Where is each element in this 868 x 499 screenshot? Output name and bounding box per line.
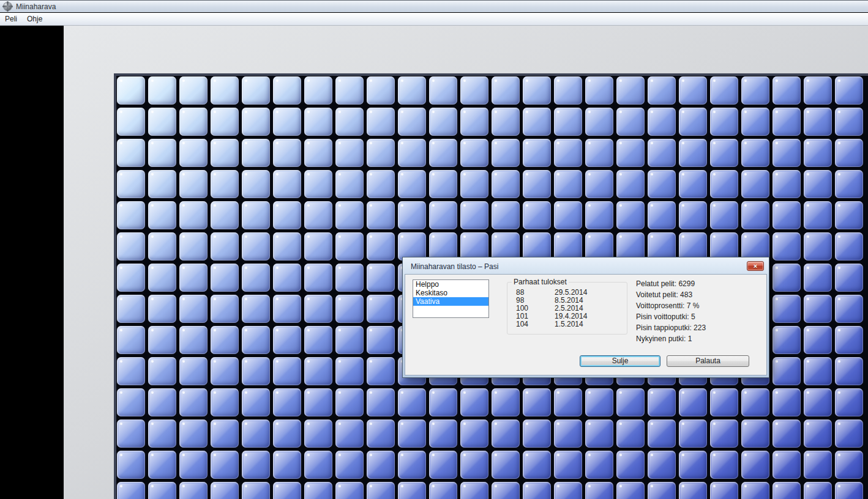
board-tile[interactable] <box>679 420 707 448</box>
board-tile[interactable] <box>773 232 801 261</box>
palauta-button[interactable]: Palauta <box>667 355 749 367</box>
board-tile[interactable] <box>773 76 801 105</box>
board-tile[interactable] <box>648 108 676 136</box>
board-tile[interactable] <box>242 170 270 198</box>
board-tile[interactable] <box>242 108 270 136</box>
board-tile[interactable] <box>304 264 332 292</box>
board-tile[interactable] <box>616 388 645 416</box>
board-tile[interactable] <box>179 264 208 292</box>
board-tile[interactable] <box>367 139 395 167</box>
board-tile[interactable] <box>179 76 208 105</box>
board-tile[interactable] <box>335 139 364 167</box>
board-tile[interactable] <box>710 482 738 499</box>
board-tile[interactable] <box>148 295 176 323</box>
board-tile[interactable] <box>523 139 551 167</box>
board-tile[interactable] <box>335 420 364 448</box>
board-tile[interactable] <box>179 420 208 448</box>
board-tile[interactable] <box>804 201 832 229</box>
board-tile[interactable] <box>835 357 863 385</box>
board-tile[interactable] <box>117 170 145 198</box>
board-tile[interactable] <box>492 420 520 448</box>
board-tile[interactable] <box>211 295 239 323</box>
board-tile[interactable] <box>648 170 676 198</box>
board-tile[interactable] <box>710 170 738 198</box>
board-tile[interactable] <box>835 108 863 136</box>
board-tile[interactable] <box>585 139 613 167</box>
board-tile[interactable] <box>804 482 832 499</box>
board-tile[interactable] <box>304 170 332 198</box>
board-tile[interactable] <box>148 420 176 448</box>
board-tile[interactable] <box>117 139 145 167</box>
board-tile[interactable] <box>710 201 738 229</box>
board-tile[interactable] <box>616 108 645 136</box>
board-tile[interactable] <box>179 232 208 261</box>
board-tile[interactable] <box>117 420 145 448</box>
board-tile[interactable] <box>148 170 176 198</box>
sulje-button[interactable]: Sulje <box>580 355 660 367</box>
board-tile[interactable] <box>211 326 239 354</box>
board-tile[interactable] <box>335 232 364 261</box>
board-tile[interactable] <box>648 451 676 479</box>
board-tile[interactable] <box>273 170 301 198</box>
board-tile[interactable] <box>148 108 176 136</box>
board-tile[interactable] <box>835 264 863 292</box>
board-tile[interactable] <box>367 201 395 229</box>
board-tile[interactable] <box>554 108 582 136</box>
board-tile[interactable] <box>117 264 145 292</box>
board-tile[interactable] <box>585 420 613 448</box>
board-tile[interactable] <box>117 482 145 499</box>
board-tile[interactable] <box>429 482 457 499</box>
board-tile[interactable] <box>429 170 457 198</box>
board-tile[interactable] <box>242 201 270 229</box>
board-tile[interactable] <box>273 482 301 499</box>
board-tile[interactable] <box>398 139 426 167</box>
board-tile[interactable] <box>304 326 332 354</box>
board-tile[interactable] <box>398 76 426 105</box>
board-tile[interactable] <box>117 201 145 229</box>
board-tile[interactable] <box>835 451 863 479</box>
board-tile[interactable] <box>429 76 457 105</box>
board-tile[interactable] <box>211 139 239 167</box>
board-tile[interactable] <box>179 108 208 136</box>
board-tile[interactable] <box>835 170 863 198</box>
board-tile[interactable] <box>835 76 863 105</box>
board-tile[interactable] <box>616 201 645 229</box>
board-tile[interactable] <box>117 232 145 261</box>
board-tile[interactable] <box>398 482 426 499</box>
board-tile[interactable] <box>335 357 364 385</box>
board-tile[interactable] <box>242 232 270 261</box>
board-tile[interactable] <box>616 451 645 479</box>
board-tile[interactable] <box>429 388 457 416</box>
board-tile[interactable] <box>741 76 769 105</box>
board-tile[interactable] <box>211 264 239 292</box>
board-tile[interactable] <box>304 139 332 167</box>
board-tile[interactable] <box>242 139 270 167</box>
board-tile[interactable] <box>492 201 520 229</box>
board-tile[interactable] <box>710 388 738 416</box>
board-tile[interactable] <box>460 451 488 479</box>
board-tile[interactable] <box>211 482 239 499</box>
board-tile[interactable] <box>335 264 364 292</box>
board-tile[interactable] <box>367 295 395 323</box>
menu-ohje[interactable]: Ohje <box>22 13 47 24</box>
board-tile[interactable] <box>492 76 520 105</box>
board-tile[interactable] <box>398 108 426 136</box>
board-tile[interactable] <box>398 388 426 416</box>
board-tile[interactable] <box>148 76 176 105</box>
board-tile[interactable] <box>460 108 488 136</box>
difficulty-listbox[interactable]: HelppoKeskitasoVaativa <box>413 279 489 318</box>
board-tile[interactable] <box>804 357 832 385</box>
board-tile[interactable] <box>492 170 520 198</box>
board-tile[interactable] <box>710 108 738 136</box>
board-tile[interactable] <box>773 482 801 499</box>
board-tile[interactable] <box>492 482 520 499</box>
board-tile[interactable] <box>367 264 395 292</box>
board-tile[interactable] <box>273 139 301 167</box>
board-tile[interactable] <box>335 295 364 323</box>
board-tile[interactable] <box>273 76 301 105</box>
board-tile[interactable] <box>148 139 176 167</box>
board-tile[interactable] <box>148 388 176 416</box>
board-tile[interactable] <box>585 451 613 479</box>
board-tile[interactable] <box>304 357 332 385</box>
board-tile[interactable] <box>773 108 801 136</box>
